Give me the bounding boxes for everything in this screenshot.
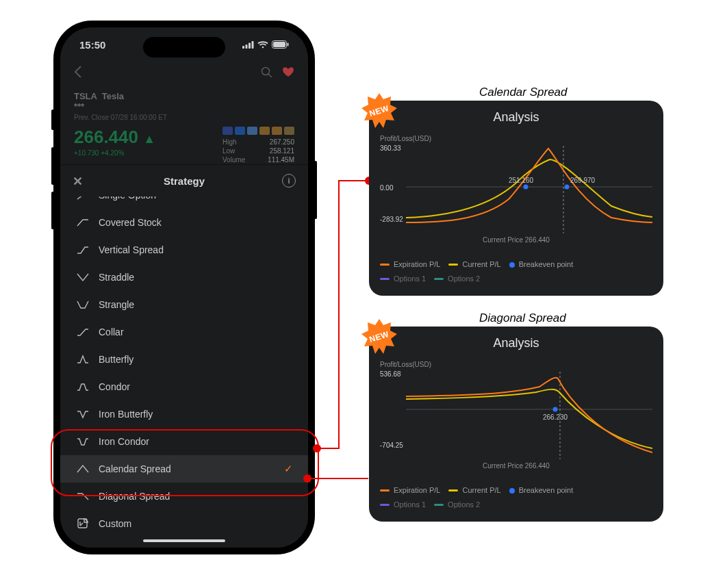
close-icon[interactable]: ✕ xyxy=(73,174,83,189)
chart-legend: Expiration P/L Current P/L Breakeven poi… xyxy=(380,257,652,286)
svg-rect-1 xyxy=(246,44,248,49)
strategy-item-strangle[interactable]: Strangle xyxy=(60,291,308,318)
chart-legend: Expiration P/L Current P/L Breakeven poi… xyxy=(380,483,652,512)
phone-screen: 15:50 xyxy=(60,27,308,548)
phone-frame: 15:50 xyxy=(53,21,315,554)
vertical-spread-icon xyxy=(77,245,89,255)
volume-up-button xyxy=(51,147,54,185)
battery-icon xyxy=(272,39,289,51)
breakeven-label: 266.230 xyxy=(543,413,568,421)
cellular-icon xyxy=(242,39,254,51)
svg-rect-0 xyxy=(242,46,244,49)
stock-header-dimmed: TSLA Tesla *** Prev. Close 07/28 16:00:0… xyxy=(60,62,308,178)
stock-price: 266.440 ▲ xyxy=(74,127,155,148)
svg-rect-7 xyxy=(288,42,289,46)
strategy-modal: ✕ Strategy i Single Option Covered Stock xyxy=(60,164,308,548)
svg-rect-2 xyxy=(248,42,251,49)
svg-point-4 xyxy=(262,46,264,48)
y-axis-label: Profit/Loss(USD) xyxy=(380,361,431,368)
y-min: -704.25 xyxy=(380,442,403,449)
favorite-icon[interactable] xyxy=(282,66,294,81)
strategy-item-custom[interactable]: Custom xyxy=(60,510,308,537)
breakeven-1-label: 251.160 xyxy=(509,177,534,184)
strategy-list[interactable]: Single Option Covered Stock Vertical Spr… xyxy=(60,196,308,548)
volume-label: Volume xyxy=(222,156,253,164)
strategy-item-calendar-spread[interactable]: Calendar Spread ✓ xyxy=(60,455,308,483)
new-badge: NEW xyxy=(361,92,398,129)
mute-switch xyxy=(51,110,54,130)
strategy-label: Straddle xyxy=(99,272,134,283)
strategy-label: Vertical Spread xyxy=(99,244,164,255)
calendar-spread-icon xyxy=(77,464,89,474)
info-icon[interactable]: i xyxy=(282,174,296,188)
check-icon: ✓ xyxy=(284,463,293,475)
market-badges xyxy=(222,127,294,135)
prev-close-line: Prev. Close 07/28 16:00:00 ET xyxy=(74,114,294,121)
straddle-icon xyxy=(77,272,89,282)
up-arrow-icon: ▲ xyxy=(143,132,155,146)
home-indicator[interactable] xyxy=(143,539,225,542)
covered-stock-icon xyxy=(77,218,89,227)
strategy-item-butterfly[interactable]: Butterfly xyxy=(60,346,308,373)
strategy-item-condor[interactable]: Condor xyxy=(60,373,308,400)
connector-line xyxy=(307,478,368,479)
single-option-icon xyxy=(77,196,89,200)
volume-down-button xyxy=(51,192,54,229)
card-title-diagonal: Diagonal Spread xyxy=(479,311,566,325)
analysis-heading: Analysis xyxy=(369,336,663,350)
strangle-icon xyxy=(77,300,89,309)
strategy-item-diagonal-spread[interactable]: Diagonal Spread xyxy=(60,483,308,510)
card-title-calendar: Calendar Spread xyxy=(479,86,568,99)
strategy-label: Strangle xyxy=(99,299,134,310)
strategy-item-collar[interactable]: Collar xyxy=(60,318,308,346)
strategy-item-single-option[interactable]: Single Option xyxy=(60,196,308,209)
modal-title: Strategy xyxy=(164,175,205,187)
wifi-icon xyxy=(257,39,268,51)
y-zero: 0.00 xyxy=(380,184,393,192)
y-min: -283.92 xyxy=(380,216,403,223)
strategy-label: Iron Butterfly xyxy=(99,409,153,420)
masked-value: *** xyxy=(74,101,84,112)
custom-icon xyxy=(77,518,89,529)
svg-point-19 xyxy=(553,407,558,412)
back-icon[interactable] xyxy=(74,66,82,81)
calendar-chart: 251.160 269.970 xyxy=(406,146,652,233)
connector-line xyxy=(338,180,368,181)
strategy-label: Condor xyxy=(99,381,130,392)
iron-butterfly-icon xyxy=(77,409,89,419)
svg-point-14 xyxy=(524,185,528,190)
breakeven-2-label: 269.970 xyxy=(570,177,596,184)
strategy-item-vertical-spread[interactable]: Vertical Spread xyxy=(60,236,308,264)
analysis-card-calendar: NEW Analysis Profit/Loss(USD) 360.33 0.0… xyxy=(369,101,663,296)
strategy-item-covered-stock[interactable]: Covered Stock xyxy=(60,209,308,236)
strategy-label: Covered Stock xyxy=(99,217,162,228)
search-icon[interactable] xyxy=(261,66,272,81)
diagonal-chart: 266.230 xyxy=(406,372,652,459)
svg-point-8 xyxy=(262,67,270,75)
high-label: High xyxy=(222,138,253,146)
ticker-symbol: TSLA xyxy=(74,91,97,101)
strategy-label: Butterfly xyxy=(99,354,133,365)
analysis-heading: Analysis xyxy=(369,110,663,125)
strategy-label: Custom xyxy=(99,518,131,529)
stock-change: +10.730 +4.20% xyxy=(74,149,155,157)
low-label: Low xyxy=(222,147,253,155)
high-value: 267.250 xyxy=(260,138,294,146)
status-bar: 15:50 xyxy=(60,27,308,62)
butterfly-icon xyxy=(77,355,89,364)
strategy-item-iron-condor[interactable]: Iron Condor xyxy=(60,428,308,455)
current-price-label: Current Price 266.440 xyxy=(369,462,663,470)
new-badge: NEW xyxy=(361,318,398,355)
strategy-item-straddle[interactable]: Straddle xyxy=(60,264,308,291)
condor-icon xyxy=(77,382,89,392)
low-value: 258.121 xyxy=(260,147,294,155)
strategy-label: Diagonal Spread xyxy=(99,491,170,502)
current-price-label: Current Price 266.440 xyxy=(369,236,663,244)
svg-rect-3 xyxy=(252,41,254,49)
strategy-item-iron-butterfly[interactable]: Iron Butterfly xyxy=(60,400,308,428)
volume-value: 111.45M xyxy=(260,156,294,164)
strategy-label: Collar xyxy=(99,327,124,337)
status-time: 15:50 xyxy=(79,39,105,51)
y-axis-label: Profit/Loss(USD) xyxy=(380,135,431,142)
collar-icon xyxy=(77,327,89,337)
